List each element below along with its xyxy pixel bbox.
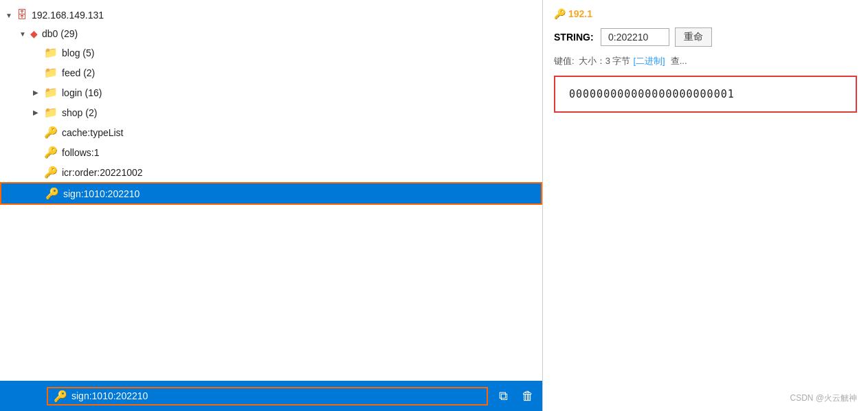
folder-icon-feed: 📁 (44, 66, 58, 79)
key-icon-sign: 🔑 (45, 187, 59, 200)
delete-button[interactable]: 🗑 (519, 386, 537, 406)
folder-icon-blog: 📁 (44, 46, 58, 59)
tree-item-login[interactable]: ▶ 📁 login (16) (0, 82, 542, 102)
server-icon: 🗄 (16, 9, 27, 21)
server-label: 192.168.149.131 (32, 10, 104, 21)
toolbar-key-label: sign:1010:202210 (71, 390, 148, 401)
key-icon-icr: 🔑 (44, 166, 58, 179)
server-node[interactable]: ▼ 🗄 192.168.149.131 (0, 5, 542, 25)
right-server-label: 192.1 (568, 8, 592, 19)
blog-label: blog (5) (62, 47, 94, 58)
string-field-row: STRING: 0:202210 重命 (554, 27, 857, 47)
icr-order-label: icr:order:20221002 (62, 167, 143, 178)
watermark-text: CSDN @火云觥神 (790, 393, 857, 403)
cache-typelist-label: cache:typeList (62, 127, 124, 138)
server-chevron: ▼ (5, 12, 14, 19)
sign-label: sign:1010:202210 (63, 188, 140, 199)
tree-container[interactable]: ▼ 🗄 192.168.149.131 ▼ ◆ db0 (29) 📁 blog … (0, 0, 542, 381)
right-header: 🔑 192.1 (554, 8, 857, 19)
delete-icon: 🗑 (522, 389, 534, 403)
shop-label: shop (2) (62, 107, 97, 118)
copy-button[interactable]: ⧉ (496, 386, 511, 406)
tree-item-cache-typelist[interactable]: 🔑 cache:typeList (0, 122, 542, 142)
shop-chevron: ▶ (33, 109, 41, 116)
follows1-label: follows:1 (62, 147, 99, 158)
tree-item-icr-order[interactable]: 🔑 icr:order:20221002 (0, 162, 542, 182)
copy-icon: ⧉ (499, 389, 508, 403)
query-link[interactable]: 查... (671, 55, 687, 67)
db0-node[interactable]: ▼ ◆ db0 (29) (0, 25, 542, 43)
db-icon: ◆ (30, 28, 38, 39)
folder-icon-login: 📁 (44, 86, 58, 99)
selected-key-display: 🔑 sign:1010:202210 (47, 387, 488, 406)
tree-item-feed[interactable]: 📁 feed (2) (0, 63, 542, 82)
right-panel: 🔑 192.1 STRING: 0:202210 重命 键值: 大小：3 字节 … (543, 0, 868, 411)
folder-icon-shop: 📁 (44, 106, 58, 119)
right-key-icon: 🔑 (554, 8, 566, 19)
key-info-row: 键值: 大小：3 字节 [二进制] 查... (554, 55, 857, 67)
key-info-label: 键值: (554, 55, 575, 67)
feed-label: feed (2) (62, 67, 95, 78)
rename-button[interactable]: 重命 (675, 27, 712, 47)
db0-chevron: ▼ (19, 30, 27, 38)
toolbar-key-icon: 🔑 (54, 390, 67, 403)
rename-label: 重命 (684, 31, 703, 42)
binary-value-display: 000000000000000000000001 (554, 76, 857, 113)
string-value: 0:202210 (608, 32, 648, 43)
db0-label: db0 (29) (42, 28, 78, 39)
bottom-toolbar: 🔑 sign:1010:202210 ⧉ 🗑 (0, 381, 542, 411)
left-panel: ▼ 🗄 192.168.149.131 ▼ ◆ db0 (29) 📁 blog … (0, 0, 543, 411)
binary-link[interactable]: [二进制] (633, 55, 665, 67)
watermark: CSDN @火云觥神 (790, 392, 857, 404)
login-label: login (16) (62, 87, 102, 98)
login-chevron: ▶ (33, 89, 41, 96)
string-label: STRING: (554, 32, 595, 43)
string-value-box[interactable]: 0:202210 (601, 28, 669, 46)
tree-item-shop[interactable]: ▶ 📁 shop (2) (0, 102, 542, 122)
binary-value: 000000000000000000000001 (569, 88, 735, 100)
tree-item-follows1[interactable]: 🔑 follows:1 (0, 142, 542, 162)
key-icon-cache: 🔑 (44, 126, 58, 139)
key-icon-follows: 🔑 (44, 146, 58, 159)
tree-item-blog[interactable]: 📁 blog (5) (0, 43, 542, 63)
tree-item-sign[interactable]: 🔑 sign:1010:202210 (0, 182, 542, 205)
key-size-text: 大小：3 字节 (579, 55, 631, 67)
